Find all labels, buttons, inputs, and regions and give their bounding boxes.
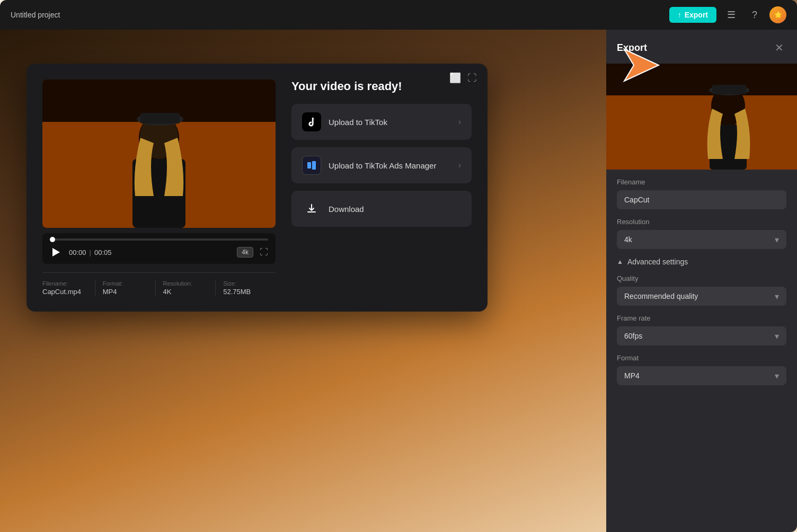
filename-field-group: Filename: [617, 178, 786, 209]
framerate-select-wrap: 60fps 30fps 24fps: [617, 326, 786, 345]
download-button[interactable]: Download: [291, 191, 472, 227]
export-panel-header: Export ✕: [606, 30, 797, 64]
help-icon[interactable]: ?: [746, 6, 763, 23]
resolution-select[interactable]: 4k 2K 1080p 720p: [617, 230, 786, 249]
layers-icon[interactable]: ☰: [723, 6, 740, 23]
video-preview: [42, 79, 276, 228]
filename-label: Filename:: [42, 280, 87, 287]
export-button-label: Export: [685, 11, 708, 19]
filename-input[interactable]: [617, 190, 786, 209]
svg-rect-14: [712, 85, 746, 94]
export-button[interactable]: ↑ Export: [669, 7, 716, 23]
advanced-settings-label: Advanced settings: [627, 258, 688, 266]
fullscreen-icon[interactable]: ⛶: [467, 72, 477, 84]
modal-body: 00:00 | 00:05 4k ⛶ Filename: CapCut.mp4 …: [42, 79, 472, 296]
controls-row: 00:00 | 00:05 4k ⛶: [50, 246, 268, 259]
upload-tiktok-ads-label: Upload to TikTok Ads Manager: [329, 161, 436, 170]
file-info: Filename: CapCut.mp4 Format: MP4 Resolut…: [42, 272, 276, 296]
modal-right: Your video is ready! Upload to TikTok ›: [291, 79, 472, 296]
filename-value: CapCut.mp4: [42, 288, 87, 296]
play-button[interactable]: [50, 246, 63, 259]
quality-select[interactable]: Recommended quality High quality Very hi…: [617, 287, 786, 306]
total-time: 00:05: [94, 249, 112, 256]
svg-rect-6: [140, 113, 180, 123]
export-panel-title: Export: [617, 42, 647, 54]
play-icon: [52, 248, 60, 256]
export-panel-close-button[interactable]: ✕: [772, 40, 786, 55]
advanced-settings-toggle[interactable]: ▲ Advanced settings: [617, 258, 688, 266]
video-player: 00:00 | 00:05 4k ⛶ Filename: CapCut.mp4 …: [42, 79, 276, 296]
avatar[interactable]: 🌟: [769, 6, 786, 23]
time-separator: |: [90, 249, 91, 256]
export-panel-body: Filename Resolution 4k 2K 1080p 720p ▲ A…: [606, 170, 797, 402]
framerate-field-label: Frame rate: [617, 314, 786, 322]
download-icon: [302, 199, 321, 218]
progress-dot: [50, 237, 55, 242]
file-info-filename: Filename: CapCut.mp4: [42, 280, 95, 296]
resolution-field-label: Resolution: [617, 218, 786, 226]
download-label: Download: [329, 205, 364, 214]
video-preview-inner: [42, 79, 276, 228]
avatar-icon-shape: 🌟: [774, 11, 782, 19]
export-preview: [606, 64, 797, 170]
tiktok-ads-icon: [302, 156, 321, 175]
topbar: Untitled project ↑ Export ☰ ? 🌟: [0, 0, 797, 30]
format-field-label: Format: [617, 354, 786, 362]
tiktok-icon: [302, 112, 321, 131]
format-field-group: Format MP4 MOV AVI: [617, 354, 786, 385]
filename-field-label: Filename: [617, 178, 786, 186]
quality-field-label: Quality: [617, 274, 786, 282]
format-value: MP4: [103, 288, 148, 296]
progress-bar[interactable]: [50, 238, 268, 241]
file-info-resolution: Resolution: 4K: [163, 280, 216, 296]
topbar-actions: ↑ Export ☰ ? 🌟: [669, 6, 786, 23]
chevron-right-icon-1: ›: [458, 117, 461, 127]
chevron-right-icon-2: ›: [458, 161, 461, 170]
resolution-value: 4K: [163, 288, 208, 296]
file-info-size: Size: 52.75MB: [223, 280, 276, 296]
export-preview-svg: [606, 64, 797, 170]
time-display: 00:00 | 00:05: [69, 249, 111, 256]
svg-rect-8: [312, 161, 316, 170]
size-label: Size:: [223, 280, 268, 287]
upload-tiktok-ads-button[interactable]: Upload to TikTok Ads Manager ›: [291, 147, 472, 183]
framerate-select[interactable]: 60fps 30fps 24fps: [617, 326, 786, 345]
format-select[interactable]: MP4 MOV AVI: [617, 366, 786, 385]
player-controls: 00:00 | 00:05 4k ⛶: [42, 233, 276, 264]
size-value: 52.75MB: [223, 288, 268, 296]
export-upload-icon: ↑: [678, 11, 681, 19]
video-content-svg: [42, 79, 276, 228]
format-label: Format:: [103, 280, 148, 287]
format-select-wrap: MP4 MOV AVI: [617, 366, 786, 385]
svg-rect-7: [307, 162, 311, 169]
quality-field-group: Quality Recommended quality High quality…: [617, 274, 786, 306]
export-panel: Export ✕ Filename Resolution: [606, 30, 797, 532]
project-title: Untitled project: [11, 11, 60, 19]
framerate-field-group: Frame rate 60fps 30fps 24fps: [617, 314, 786, 345]
svg-rect-10: [606, 64, 797, 95]
quality-badge: 4k: [237, 247, 253, 258]
upload-tiktok-button[interactable]: Upload to TikTok ›: [291, 104, 472, 140]
video-ready-title: Your video is ready!: [291, 79, 472, 93]
quality-select-wrap: Recommended quality High quality Very hi…: [617, 287, 786, 306]
file-info-format: Format: MP4: [103, 280, 156, 296]
current-time: 00:00: [69, 249, 86, 256]
feedback-icon[interactable]: ⬜: [449, 72, 461, 84]
chevron-up-icon: ▲: [617, 258, 623, 265]
resolution-label: Resolution:: [163, 280, 208, 287]
resolution-select-wrap: 4k 2K 1080p 720p: [617, 230, 786, 249]
player-fullscreen-button[interactable]: ⛶: [260, 247, 268, 257]
upload-tiktok-label: Upload to TikTok: [329, 118, 387, 127]
modal-top-icons: ⬜ ⛶: [449, 72, 477, 84]
resolution-field-group: Resolution 4k 2K 1080p 720p: [617, 218, 786, 249]
video-ready-modal: ⬜ ⛶: [26, 64, 488, 312]
